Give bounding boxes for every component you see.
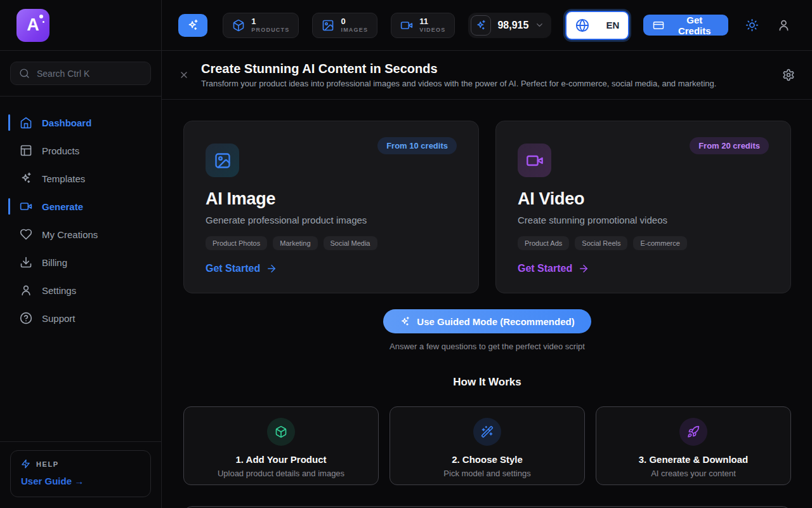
sidebar-item-products[interactable]: Products [0,137,161,164]
tag: Social Media [324,236,377,250]
package-icon [232,19,245,32]
card-title: AI Image [206,189,457,209]
main-column: 1 PRODUCTS 0 IMAGES 11 VIDEO [162,0,812,508]
stat-videos[interactable]: 11 VIDEOS [391,13,455,38]
sidebar-item-label: Support [42,313,75,324]
sidebar-item-label: Billing [42,257,67,268]
sidebar-item-templates[interactable]: Templates [0,164,161,192]
tag: E-commerce [633,236,686,250]
content-area: From 10 credits AI Image Generate profes… [162,100,812,508]
sidebar: A Dashboard [0,0,162,508]
get-started-label: Get Started [518,263,572,274]
step-generate-download: 3. Generate & Download AI creates your c… [596,406,791,485]
arrow-right-icon [266,263,277,274]
sidebar-item-settings[interactable]: Settings [0,276,161,304]
credits-badge: From 20 credits [690,137,769,154]
how-it-works-steps: 1. Add Your Product Upload product detai… [183,406,791,485]
get-credits-label: Get Credits [670,15,719,36]
tag: Marketing [273,236,317,250]
help-circle-icon [20,312,32,324]
step-add-product: 1. Add Your Product Upload product detai… [183,406,379,485]
get-started-video-button[interactable]: Get Started [518,263,589,274]
ai-video-card[interactable]: From 20 credits AI Video Create stunning… [495,121,791,293]
generation-cards: From 10 credits AI Image Generate profes… [183,121,791,293]
search-box[interactable] [10,62,151,85]
stat-value: 1 [251,17,289,27]
get-credits-button[interactable]: Get Credits [643,15,728,36]
ai-image-card[interactable]: From 10 credits AI Image Generate profes… [183,121,479,293]
sidebar-item-support[interactable]: Support [0,304,161,332]
stat-label: VIDEOS [419,27,445,33]
chevron-down-icon [535,20,544,30]
sidebar-footer: HELP User Guide → [0,441,161,508]
close-icon[interactable] [179,70,189,80]
app-logo[interactable]: A [16,9,49,42]
guided-mode-caption: Answer a few questions to get the perfec… [183,342,791,351]
search-input[interactable] [37,69,152,79]
zap-icon [21,459,30,469]
stat-value: 0 [341,17,368,27]
sidebar-item-my-creations[interactable]: My Creations [0,220,161,248]
globe-icon [575,18,589,32]
get-started-label: Get Started [206,263,260,274]
tag: Product Photos [206,236,267,250]
logo-spark-dot [43,21,44,23]
guided-mode-button[interactable]: Use Guided Mode (Recommended) [383,309,591,333]
layout-icon [20,144,32,157]
sidebar-item-label: Dashboard [42,117,91,128]
step-title: 3. Generate & Download [605,454,782,465]
theme-toggle-button[interactable] [745,18,759,32]
stat-products[interactable]: 1 PRODUCTS [223,13,299,38]
search-icon [19,68,30,79]
language-selector[interactable]: EN [565,11,629,40]
sidebar-item-generate[interactable]: Generate [0,192,161,220]
user-guide-link[interactable]: User Guide → [21,476,84,486]
topbar-right: 98,915 EN Get Credits [468,11,796,40]
sidebar-item-label: Templates [42,173,85,184]
card-tags: Product Photos Marketing Social Media [206,236,457,250]
user-icon [20,284,32,297]
home-icon [20,116,32,129]
video-icon [518,144,551,177]
page-subtitle: Transform your product ideas into profes… [201,79,716,88]
card-description: Generate professional product images [206,215,457,225]
active-indicator [8,114,10,131]
step-description: Upload product details and images [193,469,369,478]
step-title: 1. Add Your Product [193,454,369,465]
app-root: A Dashboard [0,0,812,508]
image-icon [322,19,334,32]
stat-images[interactable]: 0 IMAGES [312,13,377,38]
sidebar-item-dashboard[interactable]: Dashboard [0,109,161,137]
sidebar-item-label: Products [42,145,79,156]
help-label: HELP [36,460,59,468]
get-started-image-button[interactable]: Get Started [206,263,277,274]
how-it-works-title: How It Works [183,376,791,389]
arrow-right-icon [578,263,589,274]
page-header-text: Create Stunning AI Content in Seconds Tr… [201,62,716,88]
tag: Social Reels [575,236,627,250]
sparkles-icon [400,316,410,327]
card-tags: Product Ads Social Reels E-commerce [518,236,769,250]
package-icon [267,418,295,446]
sun-icon [745,18,759,32]
guided-mode-label: Use Guided Mode (Recommended) [417,316,574,327]
sidebar-item-label: Generate [42,201,83,212]
user-icon [777,18,790,32]
step-choose-style: 2. Choose Style Pick model and settings [390,406,585,485]
sidebar-item-label: Settings [42,285,76,296]
step-description: AI creates your content [605,469,782,478]
rocket-icon [679,418,707,446]
gear-icon[interactable] [782,69,795,81]
video-icon [400,19,413,32]
credits-dropdown[interactable]: 98,915 [468,13,551,38]
card-title: AI Video [518,189,769,209]
logo-letter: A [27,17,39,34]
sidebar-item-label: My Creations [42,229,98,240]
page-header: Create Stunning AI Content in Seconds Tr… [162,51,812,100]
tag: Product Ads [518,236,569,250]
user-profile-button[interactable] [777,18,790,32]
quick-generate-button[interactable] [178,14,207,37]
sidebar-item-billing[interactable]: Billing [0,248,161,276]
image-icon [206,144,239,177]
download-icon [20,256,32,269]
